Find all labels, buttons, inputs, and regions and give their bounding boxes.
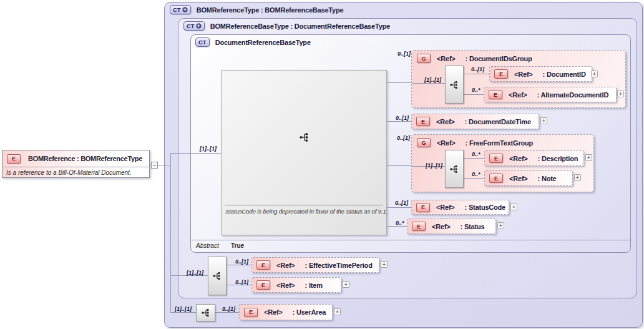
sequence-box[interactable] bbox=[445, 66, 464, 104]
connector-line bbox=[464, 94, 484, 95]
sequence-icon bbox=[201, 308, 211, 318]
cardinality-label: 0..[1] bbox=[471, 66, 484, 72]
connector-line bbox=[464, 74, 489, 74]
ref-label: <Ref> bbox=[437, 139, 456, 147]
collapse-dash bbox=[153, 165, 156, 165]
element-description[interactable]: E <Ref> : Description bbox=[484, 150, 584, 166]
root-element-annotation: Is a reference to a Bill-Of-Material Doc… bbox=[2, 167, 149, 176]
container-title: BOMReferenceBaseType : DocumentReference… bbox=[210, 22, 390, 30]
expand-icon[interactable]: + bbox=[591, 71, 598, 77]
ref-label: <Ref> bbox=[509, 155, 528, 162]
ref-label: <Ref> bbox=[276, 262, 295, 269]
root-element-title: BOMReference : BOMReferenceType bbox=[28, 155, 142, 162]
collapse-icon[interactable] bbox=[151, 162, 158, 169]
cardinality-label: 0..[1] bbox=[235, 279, 248, 285]
sequence-cardinality: [1]..[1] bbox=[424, 77, 441, 83]
element-name: : DocumentID bbox=[543, 71, 586, 78]
group-name: : DocumentIDsGroup bbox=[466, 55, 532, 62]
element-name: : Note bbox=[538, 175, 557, 182]
ref-label: <Ref> bbox=[509, 175, 528, 182]
element-statuscode[interactable]: E <Ref> : StatusCode bbox=[411, 200, 509, 215]
expand-icon[interactable]: + bbox=[343, 281, 349, 288]
connector-line bbox=[464, 158, 484, 159]
sequence-cardinality: [1]..[1] bbox=[200, 145, 217, 152]
connector-line bbox=[412, 83, 445, 84]
connector-line bbox=[387, 165, 411, 166]
complextype-badge-label: CT bbox=[198, 39, 207, 46]
cardinality-label: 0..[1] bbox=[235, 258, 248, 265]
element-item[interactable]: E <Ref> : Item bbox=[251, 277, 341, 293]
element-name: : EffectiveTimePeriod bbox=[305, 262, 373, 269]
cardinality-label: 0..[1] bbox=[398, 51, 411, 57]
element-name: : Status bbox=[461, 223, 485, 230]
element-note[interactable]: E <Ref> : Note bbox=[484, 170, 573, 186]
expand-icon[interactable]: + bbox=[617, 91, 624, 97]
element-badge: E bbox=[489, 174, 503, 183]
element-effectivetimeperiod[interactable]: E <Ref> : EffectiveTimePeriod bbox=[251, 257, 379, 273]
abstract-label: Abstract bbox=[196, 242, 219, 249]
content-model-box[interactable]: StatusCode is being deprecated in favor … bbox=[221, 70, 387, 235]
cardinality-label: 0..[1] bbox=[395, 200, 408, 206]
abstract-divider bbox=[191, 240, 630, 240]
element-badge: E bbox=[244, 308, 258, 317]
sequence-icon bbox=[212, 271, 222, 281]
ref-label: <Ref> bbox=[514, 71, 533, 78]
abstract-value: True bbox=[231, 242, 244, 249]
element-userarea[interactable]: E <Ref> : UserArea bbox=[239, 304, 333, 320]
element-badge: E bbox=[416, 117, 430, 126]
connector-line bbox=[387, 121, 411, 122]
expand-icon[interactable]: + bbox=[510, 204, 517, 210]
expand-icon[interactable]: + bbox=[497, 222, 504, 229]
plus-circle-icon bbox=[182, 7, 188, 12]
group-badge: G bbox=[417, 54, 431, 63]
element-name: : Item bbox=[305, 282, 323, 289]
group-freeformtextgroup[interactable]: G <Ref> : FreeFormTextGroup [1]..[1] 0..… bbox=[411, 134, 594, 192]
group-documentidsgroup[interactable]: G <Ref> : DocumentIDsGroup [1]..[1] 0..[… bbox=[411, 50, 626, 108]
element-name: : UserArea bbox=[293, 308, 326, 316]
ref-label: <Ref> bbox=[264, 308, 283, 316]
element-badge: E bbox=[416, 203, 430, 212]
sequence-icon bbox=[449, 80, 459, 90]
sequence-box[interactable] bbox=[208, 257, 227, 295]
connector-line bbox=[170, 153, 221, 154]
element-documentdatetime[interactable]: E <Ref> : DocumentDateTime bbox=[411, 114, 539, 129]
connector-line bbox=[387, 226, 407, 227]
cardinality-label: 0..[1] bbox=[222, 306, 235, 312]
ref-label: <Ref> bbox=[509, 91, 527, 99]
connector-line bbox=[170, 153, 171, 313]
sequence-icon bbox=[449, 164, 459, 174]
root-element-title-row: E BOMReference : BOMReferenceType bbox=[2, 150, 149, 167]
sequence-box[interactable] bbox=[445, 150, 464, 188]
cardinality-label: 0..* bbox=[396, 220, 404, 226]
expand-icon[interactable]: + bbox=[540, 117, 547, 124]
expand-icon[interactable]: + bbox=[381, 261, 388, 268]
connector-line bbox=[170, 312, 196, 313]
element-status[interactable]: E <Ref> : Status bbox=[407, 219, 496, 234]
element-documentid[interactable]: E <Ref> : DocumentID bbox=[489, 66, 592, 82]
container-title: BOMReferenceType : BOMReferenceBaseType bbox=[197, 6, 344, 14]
element-name: : AlternateDocumentID bbox=[537, 91, 609, 99]
element-name: : Description bbox=[538, 155, 578, 162]
root-element-bomreference[interactable]: E BOMReference : BOMReferenceType Is a r… bbox=[2, 150, 150, 178]
ref-label: <Ref> bbox=[276, 282, 295, 289]
expand-icon[interactable]: + bbox=[334, 308, 341, 315]
expand-icon[interactable]: + bbox=[585, 154, 592, 161]
element-alternatedocumentid[interactable]: E <Ref> : AlternateDocumentID bbox=[484, 87, 617, 102]
connector-line bbox=[464, 178, 484, 179]
cardinality-label: 0..* bbox=[472, 151, 481, 157]
container-header-bomreferencebasetype[interactable]: CT BOMReferenceBaseType : DocumentRefere… bbox=[183, 21, 390, 31]
sequence-cardinality: [1]..[1] bbox=[187, 270, 203, 276]
element-name: : StatusCode bbox=[465, 204, 505, 211]
complextype-badge-label: CT bbox=[173, 6, 181, 13]
group-header: G <Ref> : DocumentIDsGroup bbox=[417, 54, 532, 63]
container-header-documentreferencebasetype[interactable]: CT DocumentReferenceBaseType bbox=[195, 37, 311, 47]
cardinality-label: 0..* bbox=[472, 87, 481, 93]
sequence-cardinality: [1]..[1] bbox=[426, 162, 442, 169]
expand-icon[interactable]: + bbox=[574, 174, 581, 181]
complextype-badge: CT bbox=[195, 37, 210, 47]
sequence-box[interactable] bbox=[196, 304, 215, 322]
connector-line bbox=[227, 265, 251, 265]
complextype-badge: CT bbox=[183, 21, 205, 31]
container-header-bomreferencetype[interactable]: CT BOMReferenceType : BOMReferenceBaseTy… bbox=[170, 5, 343, 14]
container-title: DocumentReferenceBaseType bbox=[215, 39, 311, 46]
